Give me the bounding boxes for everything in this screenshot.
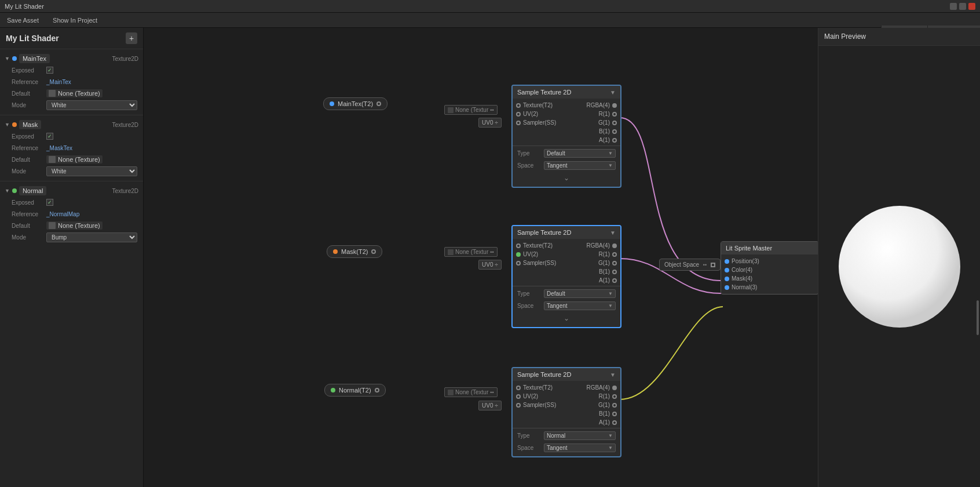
sample-header-3: Sample Texture 2D ▼ bbox=[513, 368, 620, 381]
g-out-port-3[interactable] bbox=[612, 403, 617, 408]
normal-label: Normal bbox=[19, 186, 46, 195]
color-in-port[interactable] bbox=[725, 268, 729, 272]
group-header-normal[interactable]: ▼ Normal Texture2D bbox=[0, 185, 143, 197]
reference-value-mask[interactable]: _MaskTex bbox=[46, 145, 137, 151]
r-out-port-2[interactable] bbox=[612, 252, 617, 257]
close-icon[interactable] bbox=[968, 3, 975, 10]
uv-input-3[interactable]: UV0 ÷ bbox=[478, 401, 502, 410]
port-right: R(1) bbox=[566, 393, 620, 399]
input-node-maintex[interactable]: MainTex(T2) bbox=[323, 97, 387, 110]
sample-node-2[interactable]: Sample Texture 2D ▼ Texture(T2) RGBA(4) bbox=[511, 225, 621, 328]
prop-exposed-normal: Exposed ✓ bbox=[0, 197, 143, 208]
texture-in-port-1[interactable] bbox=[516, 103, 521, 108]
input-node-normal[interactable]: Normal(T2) bbox=[324, 384, 386, 397]
master-ports: Position(3) Color(4) Mask(4) bbox=[721, 255, 818, 294]
uv-label-3: UV0 ÷ bbox=[482, 402, 498, 409]
rgba-out-port-3[interactable] bbox=[612, 386, 617, 390]
menu-show-in-project[interactable]: Show In Project bbox=[50, 16, 100, 25]
sampler-in-port-3[interactable] bbox=[516, 403, 521, 408]
add-property-button[interactable]: + bbox=[126, 32, 137, 44]
r-out-port-1[interactable] bbox=[612, 112, 617, 117]
sample-node-3[interactable]: Sample Texture 2D ▼ Texture(T2) RGBA(4) bbox=[511, 367, 621, 457]
uv-in-port-2[interactable] bbox=[516, 252, 521, 257]
b-out-port-2[interactable] bbox=[612, 270, 617, 274]
g-out-port-2[interactable] bbox=[612, 261, 617, 266]
type-value-3[interactable]: Normal ▼ bbox=[544, 431, 616, 440]
sample-chevron-1[interactable]: ▼ bbox=[610, 89, 616, 96]
prop-mode-maintex: Mode White Black Bump bbox=[0, 99, 143, 111]
position-in-port[interactable] bbox=[725, 259, 729, 264]
group-header-mask[interactable]: ▼ Mask Texture2D bbox=[0, 119, 143, 130]
r-out-port-3[interactable] bbox=[612, 394, 617, 399]
default-texture-mask[interactable]: None (Texture) bbox=[46, 155, 103, 163]
object-space-node[interactable]: Object Space •• bbox=[659, 259, 721, 271]
port-left: UV(2) bbox=[513, 393, 566, 399]
port-row: B(1) bbox=[513, 267, 620, 276]
sample-node-1[interactable]: Sample Texture 2D ▼ Texture(T2) RGBA(4) bbox=[511, 85, 621, 188]
port-row: Texture(T2) RGBA(4) bbox=[513, 241, 620, 250]
master-header: Lit Sprite Master bbox=[721, 242, 818, 255]
type-value-2[interactable]: Default ▼ bbox=[544, 289, 616, 298]
uv-input-2[interactable]: UV0 ÷ bbox=[478, 260, 502, 270]
default-label2: Default bbox=[12, 157, 46, 163]
menu-save-asset[interactable]: Save Asset bbox=[5, 16, 41, 25]
space-out-port[interactable] bbox=[711, 261, 715, 268]
texture-in-port-3[interactable] bbox=[516, 386, 521, 390]
tex-input-1[interactable]: None (Textur •• bbox=[444, 105, 498, 115]
mask-in-port[interactable] bbox=[725, 277, 729, 281]
sampler-in-port-2[interactable] bbox=[516, 261, 521, 266]
uv-input-1[interactable]: UV0 ÷ bbox=[478, 118, 502, 128]
preview-title: Main Preview bbox=[824, 32, 866, 41]
graph-area[interactable]: MainTex(T2) Mask(T2) Normal(T2) None (Te… bbox=[144, 28, 818, 487]
port-row-mask: Mask(4) bbox=[721, 274, 818, 283]
default-texture-maintex[interactable]: None (Texture) bbox=[46, 89, 103, 97]
uv-in-port-3[interactable] bbox=[516, 394, 521, 399]
minimize-icon[interactable] bbox=[950, 3, 957, 10]
master-node[interactable]: Lit Sprite Master Position(3) Color(4) bbox=[721, 241, 818, 295]
exposed-checkbox-normal[interactable]: ✓ bbox=[46, 199, 53, 206]
reference-label: Reference bbox=[12, 79, 46, 85]
normal-output-port bbox=[375, 388, 379, 392]
tex-input-3[interactable]: None (Textur •• bbox=[444, 387, 498, 397]
mode-select-mask[interactable]: White Black Bump bbox=[46, 166, 137, 176]
space-value-3[interactable]: Tangent ▼ bbox=[544, 444, 616, 452]
type-prop-3: Type Normal ▼ bbox=[513, 430, 620, 442]
default-texture-normal[interactable]: None (Texture) bbox=[46, 221, 103, 230]
reference-value-normal[interactable]: _NormalMap bbox=[46, 211, 137, 217]
sample-chevron-3[interactable]: ▼ bbox=[610, 372, 616, 378]
port-row: Sampler(SS) G(1) bbox=[513, 401, 620, 409]
sample-chevron-2[interactable]: ▼ bbox=[610, 230, 616, 236]
maximize-icon[interactable] bbox=[959, 3, 966, 10]
expand-btn-2[interactable]: ⌄ bbox=[513, 312, 620, 325]
exposed-checkbox-maintex[interactable]: ✓ bbox=[46, 67, 53, 74]
group-header-maintex[interactable]: ▼ MainTex Texture2D bbox=[0, 53, 143, 64]
normal-in-port[interactable] bbox=[725, 285, 729, 290]
reference-value-maintex[interactable]: _MainTex bbox=[46, 79, 137, 85]
b-out-port-3[interactable] bbox=[612, 412, 617, 416]
input-node-mask[interactable]: Mask(T2) bbox=[327, 245, 382, 258]
port-right: A(1) bbox=[566, 277, 620, 284]
space-value-1[interactable]: Tangent ▼ bbox=[544, 161, 616, 170]
a-out-port-1[interactable] bbox=[612, 138, 617, 143]
space-value-2[interactable]: Tangent ▼ bbox=[544, 301, 616, 310]
port-left: Texture(T2) bbox=[513, 384, 566, 391]
exposed-checkbox-mask[interactable]: ✓ bbox=[46, 133, 53, 140]
rgba-out-port-1[interactable] bbox=[612, 103, 617, 108]
type-text3: Normal bbox=[547, 433, 565, 439]
mode-select-maintex[interactable]: White Black Bump bbox=[46, 100, 137, 110]
uv-in-port-1[interactable] bbox=[516, 112, 521, 117]
expand-btn-1[interactable]: ⌄ bbox=[513, 172, 620, 184]
rgba-out-port-2[interactable] bbox=[612, 244, 617, 248]
port-right: RGBA(4) bbox=[566, 384, 620, 391]
type-value-1[interactable]: Default ▼ bbox=[544, 149, 616, 158]
b-out-port-1[interactable] bbox=[612, 129, 617, 134]
mode-select-normal[interactable]: Bump White Black bbox=[46, 232, 137, 242]
tex-input-2[interactable]: None (Textur •• bbox=[444, 247, 498, 257]
a-out-port-2[interactable] bbox=[612, 278, 617, 283]
dropdown-arrow5: ▼ bbox=[608, 433, 613, 438]
g-out-port-1[interactable] bbox=[612, 121, 617, 125]
port-left: Sampler(SS) bbox=[513, 260, 566, 266]
texture-in-port-2[interactable] bbox=[516, 244, 521, 248]
sampler-in-port-1[interactable] bbox=[516, 121, 521, 125]
a-out-port-3[interactable] bbox=[612, 420, 617, 425]
